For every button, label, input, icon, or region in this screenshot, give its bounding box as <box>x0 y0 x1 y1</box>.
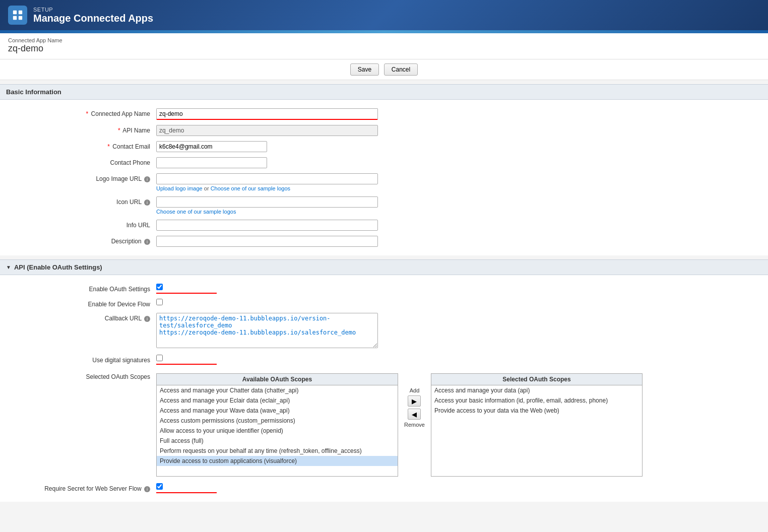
scope-item-wave[interactable]: Access and manage your Wave data (wave_a… <box>157 406 398 416</box>
icon-url-row: Icon URL i Choose one of our sample logo… <box>0 194 768 217</box>
scope-item-refresh[interactable]: Perform requests on your behalf at any t… <box>157 446 398 456</box>
device-flow-row: Enable for Device Flow <box>0 296 768 310</box>
basic-info-label: Basic Information <box>6 88 61 96</box>
contact-phone-label: Contact Phone <box>0 157 156 166</box>
required-star: * <box>86 110 89 117</box>
icon-url-control: Choose one of our sample logos <box>156 196 378 215</box>
oauth-scopes-control: Available OAuth Scopes Access and manage… <box>156 371 643 477</box>
selected-scopes-list: Selected OAuth Scopes Access and manage … <box>431 373 643 477</box>
add-label: Add <box>410 387 420 393</box>
connected-app-name-label: * Connected App Name <box>0 108 156 117</box>
logo-image-url-row: Logo Image URL i Upload logo image or Ch… <box>0 171 768 194</box>
available-scopes-list: Available OAuth Scopes Access and manage… <box>156 373 398 477</box>
logo-info-icon[interactable]: i <box>144 176 150 182</box>
save-button[interactable]: Save <box>350 63 379 76</box>
contact-email-input[interactable] <box>156 141 267 152</box>
cancel-button[interactable]: Cancel <box>384 63 418 76</box>
add-scope-button[interactable]: ▶ <box>408 395 421 407</box>
api-oauth-section-header[interactable]: ▼ API (Enable OAuth Settings) <box>0 259 768 275</box>
callback-url-row: Callback URL i https://zeroqode-demo-11.… <box>0 310 768 352</box>
svg-rect-3 <box>19 16 22 20</box>
info-url-row: Info URL <box>0 217 768 233</box>
scope-item-custom-perms[interactable]: Access custom permissions (custom_permis… <box>157 416 398 426</box>
callback-url-control: https://zeroqode-demo-11.bubbleapps.io/v… <box>156 313 378 350</box>
collapse-triangle: ▼ <box>6 264 11 270</box>
callback-info-icon[interactable]: i <box>144 316 150 322</box>
available-scopes-items[interactable]: Access and manage your Chatter data (cha… <box>157 385 398 476</box>
logo-image-url-label: Logo Image URL i <box>0 173 156 182</box>
description-control <box>156 236 378 247</box>
header-text-group: SETUP Manage Connected Apps <box>33 7 153 24</box>
digital-signatures-row: Use digital signatures <box>0 352 768 367</box>
available-scopes-header: Available OAuth Scopes <box>157 374 398 385</box>
svg-rect-1 <box>19 11 22 14</box>
info-url-control <box>156 220 378 231</box>
device-flow-label: Enable for Device Flow <box>0 299 156 308</box>
require-secret-label: Require Secret for Web Server Flow i <box>0 483 156 492</box>
scope-item-chatter[interactable]: Access and manage your Chatter data (cha… <box>157 385 398 395</box>
oauth-scopes-label: Selected OAuth Scopes <box>0 371 156 380</box>
callback-url-textarea[interactable]: https://zeroqode-demo-11.bubbleapps.io/v… <box>156 313 378 348</box>
digital-signatures-control <box>156 355 378 365</box>
info-url-label: Info URL <box>0 220 156 229</box>
logo-sample-link[interactable]: Choose one of our sample logos <box>211 185 290 191</box>
api-name-label: * API Name <box>0 125 156 134</box>
selected-scope-web[interactable]: Provide access to your data via the Web … <box>431 406 642 416</box>
api-oauth-label: API (Enable OAuth Settings) <box>14 263 102 271</box>
grid-icon <box>12 10 23 21</box>
device-flow-control <box>156 299 378 307</box>
require-secret-checkbox[interactable] <box>156 483 163 490</box>
oauth-scopes-container: Available OAuth Scopes Access and manage… <box>156 373 643 477</box>
icon-url-input[interactable] <box>156 196 378 208</box>
enable-oauth-control <box>156 284 378 294</box>
button-bar: Save Cancel <box>0 59 768 80</box>
scope-item-visualforce[interactable]: Provide access to custom applications (v… <box>157 456 398 466</box>
description-row: Description i <box>0 233 768 249</box>
description-info-icon[interactable]: i <box>144 239 150 245</box>
remove-scope-button[interactable]: ◀ <box>408 409 421 420</box>
selected-scopes-header: Selected OAuth Scopes <box>431 374 642 385</box>
icon-url-label: Icon URL i <box>0 196 156 206</box>
scope-item-eclair[interactable]: Access and manage your Eclair data (ecla… <box>157 395 398 406</box>
icon-info-icon[interactable]: i <box>144 200 150 206</box>
require-secret-control <box>156 483 378 493</box>
info-url-input[interactable] <box>156 220 378 231</box>
breadcrumb-label: Connected App Name <box>8 37 760 43</box>
api-name-row: * API Name <box>0 122 768 139</box>
breadcrumb-value: zq-demo <box>8 43 760 54</box>
logo-image-url-control: Upload logo image or Choose one of our s… <box>156 173 378 191</box>
description-input[interactable] <box>156 236 378 247</box>
icon-links-row: Choose one of our sample logos <box>156 209 378 215</box>
contact-phone-row: Contact Phone <box>0 155 768 171</box>
scope-item-openid[interactable]: Allow access to your unique identifier (… <box>157 426 398 436</box>
api-oauth-form: Enable OAuth Settings Enable for Device … <box>0 275 768 502</box>
contact-phone-input[interactable] <box>156 157 267 168</box>
connected-app-name-control <box>156 108 378 120</box>
enable-oauth-label: Enable OAuth Settings <box>0 284 156 293</box>
digital-signatures-checkbox[interactable] <box>156 355 163 361</box>
require-secret-info-icon[interactable]: i <box>144 486 150 492</box>
icon-sample-link[interactable]: Choose one of our sample logos <box>156 209 236 215</box>
description-label: Description i <box>0 236 156 245</box>
api-name-control <box>156 125 378 136</box>
selected-scope-api[interactable]: Access and manage your data (api) <box>431 385 642 395</box>
enable-oauth-row: Enable OAuth Settings <box>0 281 768 296</box>
contact-email-control <box>156 141 378 152</box>
contact-email-label: * Contact Email <box>0 141 156 150</box>
enable-oauth-checkbox[interactable] <box>156 284 163 290</box>
device-flow-checkbox[interactable] <box>156 299 163 305</box>
page-header: SETUP Manage Connected Apps <box>0 0 768 30</box>
connected-app-name-input[interactable] <box>156 108 378 120</box>
api-name-input[interactable] <box>156 125 378 136</box>
selected-scope-basic[interactable]: Access your basic information (id, profi… <box>431 395 642 406</box>
oauth-scopes-row: Selected OAuth Scopes Available OAuth Sc… <box>0 367 768 481</box>
basic-info-section-header: Basic Information <box>0 84 768 100</box>
svg-rect-0 <box>13 11 17 14</box>
selected-scopes-items[interactable]: Access and manage your data (api) Access… <box>431 385 642 476</box>
upload-logo-link[interactable]: Upload logo image <box>156 185 203 191</box>
logo-image-url-input[interactable] <box>156 173 378 184</box>
page-title: Manage Connected Apps <box>33 13 153 24</box>
require-secret-row: Require Secret for Web Server Flow i <box>0 481 768 496</box>
scope-item-full[interactable]: Full access (full) <box>157 436 398 446</box>
svg-rect-2 <box>13 16 17 20</box>
